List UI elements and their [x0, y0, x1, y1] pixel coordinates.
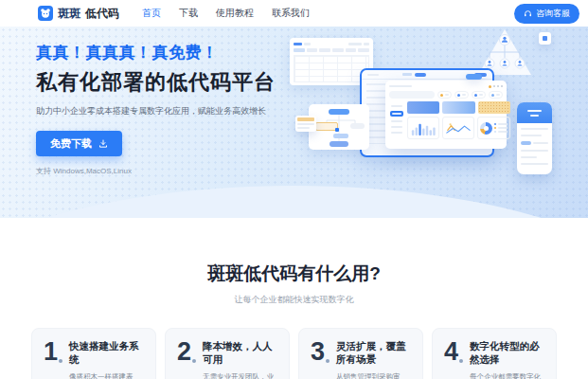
number-dot	[459, 359, 463, 363]
illustration-mini-card	[295, 116, 316, 132]
feature-desc: 像搭积木一样搭建表单、流程、报表和看板，从想法到上线只需几天甚至几小时	[69, 371, 146, 379]
maximize-icon	[497, 85, 499, 87]
table-toolbar-chip	[348, 43, 362, 45]
site-header: 斑斑 低代码 首页 下载 使用教程 联系我们 咨询客服	[0, 0, 588, 27]
dashboard-titlebar	[389, 83, 503, 89]
feature-card-3: 3 灵活扩展，覆盖所有场景 从销售管理到采购审批，从客户关系到行业个性化需求，都…	[298, 328, 423, 379]
table-toolbar-chip	[304, 43, 311, 45]
floating-pill	[466, 74, 482, 80]
feature-desc: 每个企业都需要数字化能力，低代码平台是实现数字化转型最简单、最经济的路径	[470, 371, 546, 379]
phone-blue-pill	[521, 141, 531, 145]
feature-title: 快速搭建业务系统	[69, 340, 146, 367]
stat-pill	[454, 91, 469, 99]
dashboard-main	[407, 101, 510, 139]
donut	[480, 122, 492, 135]
stat-pill	[437, 91, 452, 99]
headset-icon	[524, 9, 532, 18]
feature-desc: 从销售管理到采购审批，从客户关系到行业个性化需求，都能随时调整，快速落地	[336, 371, 413, 379]
features-title: 斑斑低代码有什么用?	[0, 262, 588, 286]
floating-app-chip	[539, 32, 551, 45]
table-toolbar	[294, 42, 369, 45]
feature-title: 数字化转型的必然选择	[470, 340, 546, 367]
download-icon	[98, 139, 108, 149]
illustration-flow-panel	[309, 104, 369, 150]
dashboard-body	[389, 101, 503, 139]
kpi-card-blue	[407, 101, 439, 114]
number-dot	[59, 359, 62, 363]
feature-number: 3	[311, 340, 325, 363]
consult-service-button[interactable]: 咨询客服	[514, 4, 579, 24]
sidebar-active-item	[390, 111, 403, 117]
nav-item-download[interactable]: 下载	[179, 7, 198, 20]
flow-node-highlighted	[315, 122, 338, 131]
logo-icon	[38, 6, 53, 21]
stat-pill	[472, 91, 486, 99]
features-subtitle: 让每个企业都能快速实现数字化	[0, 294, 588, 306]
mini-line-chart	[442, 117, 474, 139]
feature-number: 2	[177, 340, 191, 363]
download-button-label: 免费下载	[50, 136, 92, 151]
platform-support-note: 支持 Windows,MacOS,Linux	[36, 166, 276, 176]
table-grid	[294, 55, 369, 82]
feature-cards: 1 快速搭建业务系统 像搭积木一样搭建表单、流程、报表和看板，从想法到上线只需几…	[0, 328, 588, 379]
notification-dot	[489, 85, 491, 88]
nav-item-tutorial[interactable]: 使用教程	[216, 7, 254, 20]
flow-node-start	[329, 109, 349, 115]
free-download-button[interactable]: 免费下载	[36, 131, 122, 156]
illustration-phone	[517, 102, 552, 174]
consult-button-label: 咨询客服	[536, 8, 570, 20]
charts-row	[407, 117, 510, 139]
donut-legend	[494, 123, 508, 133]
flow-node-end	[330, 141, 348, 147]
hero-copy: 真真！真真真！真免费！ 私有化部署的低代码平台 助力中小企业零成本搭建专属数字化…	[36, 42, 276, 176]
hero-subtitle: 助力中小企业零成本搭建专属数字化应用，赋能业务高效增长	[36, 105, 276, 117]
brand-name-primary: 斑斑	[58, 6, 80, 22]
table-toolbar-chip	[364, 43, 369, 45]
feature-card-4: 4 数字化转型的必然选择 每个企业都需要数字化能力，低代码平台是实现数字化转型最…	[432, 328, 557, 379]
number-dot	[326, 359, 330, 363]
hero-headline-accent: 真真！真真真！真免费！	[36, 42, 276, 63]
dashboard-sidebar	[389, 101, 404, 139]
feature-title: 降本增效，人人可用	[203, 340, 279, 367]
stat-pill	[489, 91, 503, 99]
flow-node-gray	[350, 123, 365, 129]
flow-node-mid	[333, 134, 348, 138]
nav-item-contact[interactable]: 联系我们	[272, 7, 310, 20]
brand-logo[interactable]: 斑斑 低代码	[38, 6, 119, 22]
phone-header	[517, 102, 552, 123]
table-header-row	[294, 48, 369, 52]
kpi-card-yellow	[478, 101, 510, 114]
main-nav: 首页 下载 使用教程 联系我们	[142, 7, 310, 20]
feature-card-2: 2 降本增效，人人可用 无需专业开发团队，业务人员也能轻松上手，让企业以更低成本…	[165, 328, 290, 379]
kpi-cards-row	[407, 101, 510, 114]
close-icon	[501, 85, 503, 87]
feature-number: 1	[44, 340, 58, 363]
mini-bar-chart	[407, 117, 439, 139]
brand-name-secondary: 低代码	[85, 6, 119, 22]
table-toolbar-chip	[294, 43, 302, 45]
hero-headline-main: 私有化部署的低代码平台	[36, 68, 276, 97]
number-dot	[192, 359, 196, 363]
feature-title: 灵活扩展，覆盖所有场景	[336, 340, 413, 367]
cursor-icon	[335, 128, 339, 132]
feature-card-1: 1 快速搭建业务系统 像搭积木一样搭建表单、流程、报表和看板，从想法到上线只需几…	[31, 328, 156, 379]
nav-item-home[interactable]: 首页	[142, 7, 161, 20]
search-pill	[389, 91, 435, 99]
hero-section: 真真！真真真！真免费！ 私有化部署的低代码平台 助力中小企业零成本搭建专属数字化…	[0, 27, 588, 218]
minimize-icon	[493, 85, 495, 87]
feature-number: 4	[444, 340, 458, 363]
mini-donut-chart	[477, 117, 510, 139]
feature-desc: 无需专业开发团队，业务人员也能轻松上手，让企业以更低成本实现更高效率	[203, 371, 279, 379]
features-section: 斑斑低代码有什么用? 让每个企业都能快速实现数字化 1 快速搭建业务系统 像搭积…	[0, 218, 588, 379]
phone-body	[517, 123, 552, 174]
kpi-card-gradient	[442, 101, 474, 114]
dashboard-toolbar	[389, 91, 503, 99]
illustration-dashboard-window	[385, 81, 507, 149]
